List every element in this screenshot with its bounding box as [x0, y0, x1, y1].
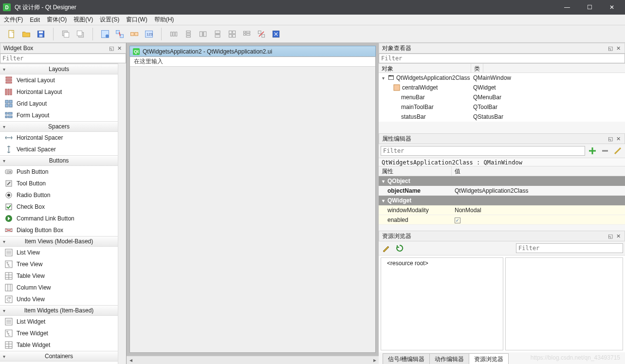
resource-preview[interactable] — [505, 257, 623, 350]
send-back-icon[interactable] — [59, 27, 73, 41]
menu-view[interactable]: 视图(V) — [74, 16, 93, 24]
resource-filter[interactable] — [516, 243, 623, 253]
tree-row-toolbar[interactable]: mainToolBar QToolBar — [379, 102, 625, 112]
widget-box-list[interactable]: ▾Layouts Vertical Layout Horizontal Layo… — [0, 63, 118, 364]
widget-box-scrollbar[interactable] — [118, 63, 126, 364]
menu-form[interactable]: 窗体(O) — [47, 16, 67, 24]
layout-hsplitter-icon[interactable] — [196, 27, 210, 41]
menu-edit[interactable]: Edit — [30, 17, 40, 23]
prop-enabled[interactable]: enabled ✓ — [379, 215, 625, 225]
form-surface[interactable]: 在这里输入 — [129, 56, 376, 353]
float-icon[interactable]: ◱ — [607, 45, 614, 52]
close-icon[interactable]: ✕ — [116, 45, 123, 52]
group-qwidget[interactable]: ▾QWidget — [379, 196, 625, 205]
item-tree-view[interactable]: Tree View — [0, 258, 118, 270]
edit-resources-icon[interactable] — [381, 243, 391, 254]
layout-vsplitter-icon[interactable] — [211, 27, 224, 41]
scroll-left-icon[interactable]: ◂ — [127, 356, 135, 364]
edit-widgets-icon[interactable] — [98, 27, 112, 41]
item-form-layout[interactable]: Form Layout — [0, 109, 118, 121]
close-button[interactable]: ✕ — [601, 0, 623, 15]
prop-windowmodality[interactable]: windowModality NonModal — [379, 205, 625, 215]
edit-signals-icon[interactable] — [113, 27, 127, 41]
object-tree[interactable]: ▾🗔QtWidgetsApplication2Class QMainWindow… — [379, 73, 625, 122]
break-layout-icon[interactable] — [255, 27, 268, 41]
prop-objectname[interactable]: objectName QtWidgetsApplication2Class — [379, 186, 625, 196]
maximize-button[interactable]: ☐ — [578, 0, 601, 15]
category-layouts[interactable]: ▾Layouts — [0, 64, 118, 74]
menu-help[interactable]: 帮助(H) — [154, 16, 174, 24]
menu-window[interactable]: 窗口(W) — [126, 16, 147, 24]
adjust-size-icon[interactable] — [269, 27, 283, 41]
category-item-views[interactable]: ▾Item Views (Model-Based) — [0, 236, 118, 247]
layout-vertical-icon[interactable] — [182, 27, 195, 41]
item-check-box[interactable]: Check Box — [0, 201, 118, 213]
item-tree-widget[interactable]: Tree Widget — [0, 328, 118, 339]
layout-grid-icon[interactable] — [225, 27, 239, 41]
center-hscrollbar[interactable]: ◂ ▸ — [127, 356, 379, 364]
form-window-title[interactable]: Qt QtWidgetsApplication2 - QtWidgetsAppl… — [129, 46, 376, 56]
close-icon[interactable]: ✕ — [615, 233, 622, 239]
tree-row-statusbar[interactable]: statusBar QStatusBar — [379, 112, 625, 122]
form-grid[interactable] — [130, 67, 375, 352]
treeview-icon — [5, 260, 13, 268]
layout-horizontal-icon[interactable] — [167, 27, 181, 41]
item-table-widget[interactable]: Table Widget — [0, 339, 118, 351]
menubar-placeholder[interactable]: 在这里输入 — [130, 57, 375, 67]
edit-buddies-icon[interactable] — [128, 27, 141, 41]
new-file-icon[interactable] — [5, 27, 18, 41]
close-icon[interactable]: ✕ — [615, 135, 622, 142]
item-undo-view[interactable]: Undo View — [0, 293, 118, 305]
bring-front-icon[interactable] — [74, 27, 87, 41]
tree-row-menubar[interactable]: menuBar QMenuBar — [379, 92, 625, 102]
category-containers[interactable]: ▾Containers — [0, 351, 118, 362]
menu-settings[interactable]: 设置(S) — [100, 16, 119, 24]
category-item-widgets[interactable]: ▾Item Widgets (Item-Based) — [0, 305, 118, 316]
float-icon[interactable]: ◱ — [607, 135, 614, 142]
item-radio-button[interactable]: Radio Button — [0, 189, 118, 201]
item-vertical-spacer[interactable]: Vertical Spacer — [0, 144, 118, 155]
open-file-icon[interactable] — [19, 27, 33, 41]
float-icon[interactable]: ◱ — [607, 233, 614, 239]
category-spacers[interactable]: ▾Spacers — [0, 121, 118, 132]
item-command-link[interactable]: Command Link Button — [0, 213, 118, 224]
reload-icon[interactable] — [394, 243, 405, 254]
item-table-view[interactable]: Table View — [0, 270, 118, 282]
group-qobject[interactable]: ▾QObject — [379, 176, 625, 186]
enabled-checkbox[interactable]: ✓ — [455, 218, 460, 223]
save-file-icon[interactable] — [34, 27, 48, 41]
property-list[interactable]: ▾QObject objectName QtWidgetsApplication… — [379, 176, 625, 225]
float-icon[interactable]: ◱ — [108, 45, 115, 52]
item-horizontal-spacer[interactable]: Horizontal Spacer — [0, 132, 118, 144]
layout-form-icon[interactable] — [240, 27, 254, 41]
minimize-button[interactable]: — — [556, 0, 578, 15]
object-inspector-filter[interactable] — [379, 54, 625, 63]
close-icon[interactable]: ✕ — [615, 45, 622, 52]
item-vertical-layout[interactable]: Vertical Layout — [0, 74, 118, 86]
item-horizontal-layout[interactable]: Horizontal Layout — [0, 86, 118, 98]
tree-row-central[interactable]: centralWidget QWidget — [379, 83, 625, 92]
tab-signal-slot[interactable]: 信号/槽编辑器 — [383, 353, 430, 364]
svg-rect-16 — [170, 32, 172, 36]
tree-row-root[interactable]: ▾🗔QtWidgetsApplication2Class QMainWindow — [379, 73, 625, 83]
resource-tree[interactable]: <resource root> — [381, 257, 503, 350]
config-icon[interactable] — [612, 146, 623, 156]
item-grid-layout[interactable]: Grid Layout — [0, 98, 118, 109]
item-list-widget[interactable]: List Widget — [0, 316, 118, 328]
item-list-view[interactable]: List View — [0, 247, 118, 258]
tab-action-editor[interactable]: 动作编辑器 — [429, 353, 469, 364]
item-column-view[interactable]: Column View — [0, 282, 118, 293]
add-property-icon[interactable] — [587, 146, 598, 156]
scroll-right-icon[interactable]: ▸ — [370, 356, 379, 364]
remove-property-icon[interactable] — [600, 146, 610, 156]
category-buttons[interactable]: ▾Buttons — [0, 155, 118, 166]
item-push-button[interactable]: OKPush Button — [0, 166, 118, 178]
widget-box-filter[interactable] — [0, 54, 126, 63]
edit-taborder-icon[interactable]: 123 — [142, 27, 156, 41]
tab-resource-browser[interactable]: 资源浏览器 — [469, 353, 509, 364]
property-filter[interactable] — [381, 146, 585, 156]
svg-rect-2 — [39, 31, 43, 33]
menu-file[interactable]: 文件(F) — [4, 16, 23, 24]
item-tool-button[interactable]: Tool Button — [0, 178, 118, 189]
item-dialog-button-box[interactable]: Dialog Button Box — [0, 224, 118, 236]
